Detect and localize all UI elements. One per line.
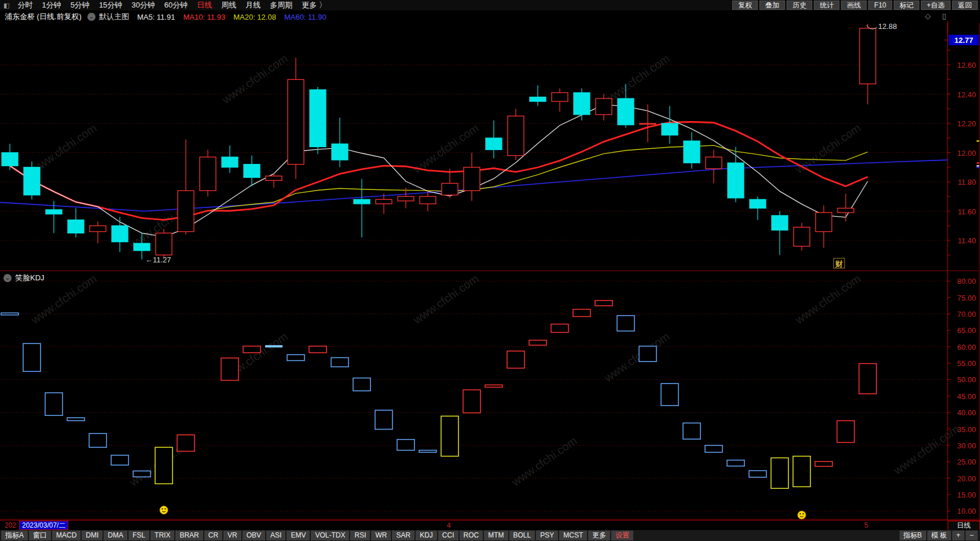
stock-trading-app: ◧ 分时1分钟5分钟15分钟30分钟60分钟日线周线月线多周期更多 〉 复权叠加… [0,0,980,541]
smiley-face-icon [160,506,168,514]
indicator-button-EMV[interactable]: EMV [287,531,310,540]
last-price-value: 12.77 [955,36,974,45]
indicator-button-更多[interactable]: 更多 [588,531,610,540]
period-tab-1分钟[interactable]: 1分钟 [37,0,65,10]
settings-button[interactable]: 设置 [611,531,633,540]
top-button-统计[interactable]: 统计 [814,1,839,10]
kdj-range-box [89,433,107,447]
month-tick-4: 4 [447,521,451,529]
partial-year-label: 202 [5,521,16,529]
period-tab-月线[interactable]: 月线 [241,0,265,10]
candle-body [750,199,766,208]
indicator-button-OBV[interactable]: OBV [243,531,265,540]
indicator-button-指标A[interactable]: 指标A [1,531,28,540]
candle-body [508,116,524,155]
indicator-button-KDJ[interactable]: KDJ [416,531,437,540]
top-button-返回[interactable]: 返回 [952,1,978,10]
top-button-画线[interactable]: 画线 [841,1,867,10]
indicator-buttons: 指标A窗口MACDDMIDMAFSLTRIXBRARCRVROBVASIEMVV… [1,531,610,540]
indicator-name[interactable]: 笑脸KDJ [15,273,45,283]
top-button-+自选[interactable]: +自选 [921,1,950,10]
indicator-button-VOL-TDX[interactable]: VOL-TDX [311,531,349,540]
indicator-button-MCST[interactable]: MCST [559,531,587,540]
indicator-button-DMI[interactable]: DMI [82,531,102,540]
indicator-button-MTM[interactable]: MTM [484,531,508,540]
indicator-axis-label: 70.00 [957,310,976,319]
kdj-range-box [771,458,788,488]
kdj-range-box [397,440,414,451]
candle-body [376,199,392,204]
indicator-button-VR[interactable]: VR [223,531,241,540]
kdj-range-box [221,358,238,381]
chevron-down-icon[interactable]: ⌄ [3,274,12,282]
indicator-button-FSL[interactable]: FSL [129,531,149,540]
indicator-button-BRAR[interactable]: BRAR [175,531,203,540]
indicator-button-WR[interactable]: WR [371,531,391,540]
toolbar-right: 复权叠加历史统计画线F10标记+自选返回 [732,1,980,10]
watermark: www.cfchi.com [410,272,481,326]
bottom-right-button-−[interactable]: − [966,531,978,540]
indicator-label-row: ⌄ 笑脸KDJ [3,273,45,283]
price-axis-label: 12.40 [957,90,976,99]
top-button-复权[interactable]: 复权 [732,1,758,10]
period-tab-周线[interactable]: 周线 [216,0,241,10]
top-button-历史[interactable]: 历史 [787,1,812,10]
bottom-right-button-指标B[interactable]: 指标B [900,531,926,540]
top-button-标记[interactable]: 标记 [894,1,919,10]
indicator-axis-label: 15.00 [957,491,976,499]
price-axis-label: 12.60 [957,61,976,70]
candle-body [200,157,216,191]
main-chart-type-label[interactable]: 默认主图 [99,12,129,22]
indicator-button-CR[interactable]: CR [204,531,222,540]
period-tab-多周期[interactable]: 多周期 [265,0,297,10]
price-axis-label: 11.80 [957,178,976,187]
kdj-range-box [419,450,436,452]
top-button-叠加[interactable]: 叠加 [759,1,785,10]
pane-icons[interactable]: ◇ ▯ [925,12,951,20]
indicator-button-TRIX[interactable]: TRIX [151,531,174,540]
period-tab-60分钟[interactable]: 60分钟 [160,0,192,10]
period-toolbar: ◧ 分时1分钟5分钟15分钟30分钟60分钟日线周线月线多周期更多 〉 复权叠加… [0,0,980,10]
indicator-button-SAR[interactable]: SAR [392,531,414,540]
indicator-button-RSI[interactable]: RSI [350,531,370,540]
chevron-down-icon[interactable]: ⌄ [87,13,96,21]
bottom-right-button-模 板[interactable]: 模 板 [927,531,951,540]
candle-body [178,191,194,232]
indicator-button-CCI[interactable]: CCI [438,531,458,540]
bottom-right-button-+[interactable]: + [952,531,964,540]
candle-body [684,141,700,163]
indicator-button-DMA[interactable]: DMA [104,531,127,540]
indicator-axis-label: 55.00 [957,359,976,368]
candle-body [816,213,832,232]
period-tab-5分钟[interactable]: 5分钟 [66,0,94,10]
ma-edge-marker [977,162,979,163]
period-tab-分时[interactable]: 分时 [13,0,37,10]
indicator-axis-label: 65.00 [957,326,976,335]
candle-body [332,144,348,160]
period-tab-15分钟[interactable]: 15分钟 [94,0,127,10]
period-tab-日线[interactable]: 日线 [192,0,216,10]
candle-body [618,98,634,125]
candlestick-chart[interactable]: 11.4011.6011.8012.0012.2012.4012.60www.c… [0,23,980,270]
kdj-range-box [243,346,260,353]
candle-body [486,138,502,149]
top-button-F10[interactable]: F10 [868,1,892,10]
indicator-button-ASI[interactable]: ASI [266,531,285,540]
period-tab-30分钟[interactable]: 30分钟 [127,0,159,10]
collapse-panel-icon[interactable]: ◧ [0,2,13,9]
indicator-button-ROC[interactable]: ROC [460,531,483,540]
candle-body [68,220,84,233]
candle-body [24,167,40,195]
indicator-button-MACD[interactable]: MACD [52,531,80,540]
kdj-range-box [331,357,348,367]
smiley-face-icon [798,511,806,519]
kdj-range-box [683,423,700,439]
kdj-indicator-chart[interactable]: 10.0015.0020.0025.0030.0035.0040.0045.00… [0,270,980,520]
kdj-range-box [177,435,194,451]
month-tick-5: 5 [864,521,868,529]
period-tab-更多 〉[interactable]: 更多 〉 [297,0,331,10]
indicator-button-BOLL[interactable]: BOLL [509,531,535,540]
indicator-button-PSY[interactable]: PSY [536,531,558,540]
indicator-axis-label: 75.00 [957,294,976,302]
indicator-button-窗口[interactable]: 窗口 [29,531,51,540]
